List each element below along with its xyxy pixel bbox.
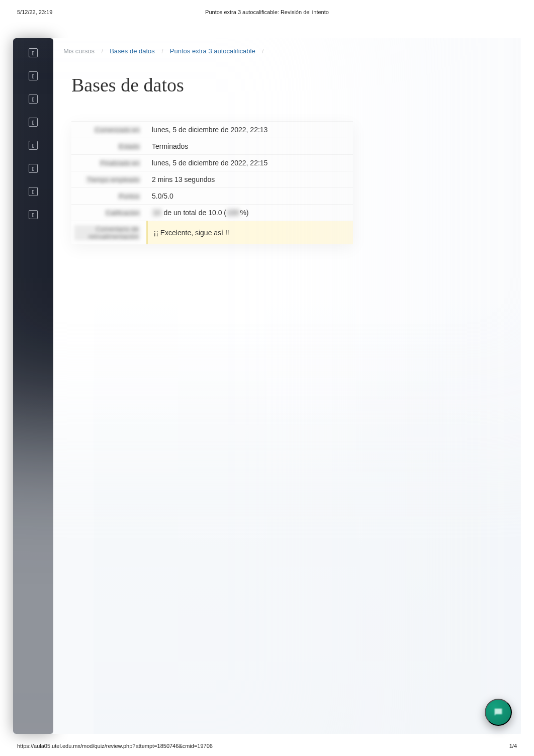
- sidebar-icon-2[interactable]: ▯: [29, 71, 38, 80]
- value-time: 2 mins 13 segundos: [147, 171, 353, 188]
- breadcrumb-sep-icon: /: [102, 49, 103, 54]
- page-title: Bases de datos: [53, 59, 521, 106]
- chat-fab-button[interactable]: [485, 699, 512, 726]
- label-started: Comenzado en: [94, 126, 141, 134]
- breadcrumb: Mis cursos / Bases de datos / Puntos ext…: [53, 38, 521, 59]
- value-feedback: ¡¡ Excelente, sigue así !!: [147, 221, 353, 245]
- grade-score: 10: [152, 209, 162, 217]
- value-finished: lunes, 5 de diciembre de 2022, 22:15: [147, 155, 353, 171]
- label-points: Puntos: [118, 193, 141, 200]
- value-grade: 10 de un total de 10.0 (100%): [147, 205, 353, 221]
- sidebar-icon-7[interactable]: ▯: [29, 187, 38, 196]
- table-row: Calificación 10 de un total de 10.0 (100…: [71, 205, 353, 221]
- content-fade: [94, 281, 521, 734]
- print-date: 5/12/22, 23:19: [17, 9, 52, 15]
- breadcrumb-activity[interactable]: Puntos extra 3 autocalificable: [170, 47, 255, 55]
- table-row: Tiempo empleado 2 mins 13 segundos: [71, 171, 353, 188]
- value-points: 5.0/5.0: [147, 188, 353, 205]
- main-content: Mis cursos / Bases de datos / Puntos ext…: [53, 38, 521, 734]
- grade-suffix: %): [240, 209, 248, 217]
- label-grade: Calificación: [105, 209, 141, 217]
- sidebar-icon-1[interactable]: ▯: [29, 48, 38, 57]
- breadcrumb-my-courses[interactable]: Mis cursos: [63, 47, 95, 55]
- table-row: Comentario de retroalimentación ¡¡ Excel…: [71, 221, 353, 245]
- value-started: lunes, 5 de diciembre de 2022, 22:13: [147, 122, 353, 138]
- label-feedback: Comentario de retroalimentación: [74, 225, 140, 240]
- table-row: Estado Terminados: [71, 138, 353, 155]
- grade-mid: de un total de 10.0 (: [162, 209, 226, 217]
- print-title: Puntos extra 3 autocalificable: Revisión…: [205, 9, 329, 15]
- table-row: Comenzado en lunes, 5 de diciembre de 20…: [71, 122, 353, 138]
- sidebar-icon-4[interactable]: ▯: [29, 118, 38, 127]
- breadcrumb-sep-icon: /: [262, 49, 263, 54]
- chat-icon: [493, 707, 504, 718]
- sidebar-icon-6[interactable]: ▯: [29, 164, 38, 173]
- sidebar-icon-3[interactable]: ▯: [29, 94, 38, 104]
- breadcrumb-sep-icon: /: [161, 49, 163, 54]
- sidebar-icon-8[interactable]: ▯: [29, 210, 38, 219]
- grade-pct: 100: [226, 209, 240, 217]
- label-state: Estado: [118, 143, 141, 150]
- value-state: Terminados: [147, 138, 353, 155]
- label-finished: Finalizado en: [99, 159, 141, 167]
- footer-url: https://aula05.utel.edu.mx/mod/quiz/revi…: [17, 743, 213, 749]
- table-row: Finalizado en lunes, 5 de diciembre de 2…: [71, 155, 353, 171]
- sidebar-icon-5[interactable]: ▯: [29, 141, 38, 150]
- table-row: Puntos 5.0/5.0: [71, 188, 353, 205]
- sidebar: ▯ ▯ ▯ ▯ ▯ ▯ ▯ ▯: [13, 38, 53, 734]
- label-time: Tiempo empleado: [85, 176, 141, 183]
- footer-page: 1/4: [509, 743, 517, 749]
- breadcrumb-course[interactable]: Bases de datos: [110, 47, 155, 55]
- attempt-summary-table: Comenzado en lunes, 5 de diciembre de 20…: [71, 121, 353, 244]
